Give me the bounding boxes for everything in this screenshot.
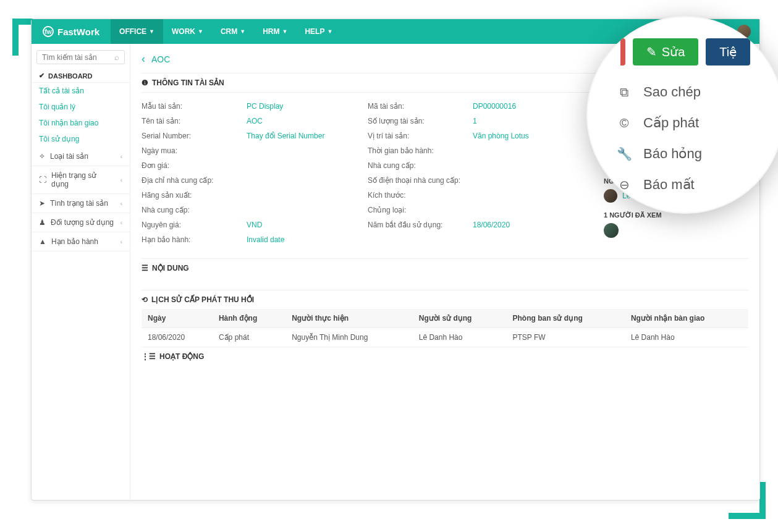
magnified-overlay: ✎Sửa Tiệ ⧉Sao chép ©Cấp phát 🔧Báo hỏng ⊖… xyxy=(586,16,778,214)
field-row: Serial Number:Thay đổi Serial Number xyxy=(142,129,368,143)
user-icon: ♟ xyxy=(39,218,46,227)
table-header: Người sử dụng xyxy=(413,309,507,328)
history-table: NgàyHành độngNgười thực hiệnNgười sử dụn… xyxy=(142,309,748,347)
sidebar-link-managed[interactable]: Tôi quản lý xyxy=(32,99,130,115)
field-value[interactable]: Văn phòng Lotus xyxy=(473,132,529,140)
field-label: Đơn giá: xyxy=(142,161,247,170)
field-label: Số lượng tài sản: xyxy=(368,117,473,125)
table-cell: Lê Danh Hào xyxy=(625,328,748,347)
copyright-icon: © xyxy=(616,116,632,130)
activity-icon: ⋮☰ xyxy=(142,352,156,361)
diamond-icon: ✧ xyxy=(39,152,45,161)
field-row: Số lượng tài sản:1 xyxy=(368,114,594,129)
field-row: Nguyên giá:VND xyxy=(142,217,368,232)
nav-office[interactable]: OFFICE▼ xyxy=(111,19,163,44)
utility-button[interactable]: Tiệ xyxy=(706,38,750,65)
field-row: Nhà cung cấp: xyxy=(368,158,594,173)
nav-crm[interactable]: CRM▼ xyxy=(212,19,254,44)
table-header: Ngày xyxy=(142,309,213,328)
dashboard-icon: ⛶ xyxy=(39,175,46,184)
field-row: Số điện thoại nhà cung cấp: xyxy=(368,173,594,188)
sidebar-link-all[interactable]: Tất cả tài sản xyxy=(32,83,130,99)
table-header: Người nhận bàn giao xyxy=(625,309,748,328)
field-row: Vị trí tài sản:Văn phòng Lotus xyxy=(368,129,594,143)
field-label: Vị trí tài sản: xyxy=(368,132,473,140)
sidebar: ⌕ ✔ DASHBOARD Tất cả tài sản Tôi quản lý… xyxy=(32,44,130,500)
field-label: Nhà cung cấp: xyxy=(142,206,247,214)
nav-help[interactable]: HELP▼ xyxy=(296,19,341,44)
back-icon[interactable]: ‹ xyxy=(142,53,145,65)
table-cell: PTSP FW xyxy=(506,328,624,347)
menu-report-broken[interactable]: 🔧Báo hỏng xyxy=(607,138,763,169)
avatar-icon xyxy=(604,189,617,203)
section-activity-header: ⋮☰HOẠT ĐỘNG xyxy=(142,347,748,366)
section-history-header: ⟲LỊCH SỬ CẤP PHÁT THU HỒI xyxy=(142,290,748,309)
nav-hrm[interactable]: HRM▼ xyxy=(254,19,296,44)
table-header: Phòng ban sử dụng xyxy=(506,309,624,328)
field-row: Kích thước: xyxy=(368,188,594,203)
field-value[interactable]: Invalid date xyxy=(247,235,284,244)
field-label: Tên tài sản: xyxy=(142,117,247,125)
menu-allocate[interactable]: ©Cấp phát xyxy=(607,108,763,138)
warning-icon: ▲ xyxy=(39,237,46,246)
copy-icon: ⧉ xyxy=(616,85,632,99)
sidebar-group-warranty[interactable]: ▲Hạn bảo hành‹ xyxy=(32,232,130,251)
table-row[interactable]: 18/06/2020Cấp phátNguyễn Thị Minh DungLê… xyxy=(142,328,748,347)
wrench-icon: 🔧 xyxy=(616,146,632,161)
field-row: Hãng sản xuất: xyxy=(142,188,368,203)
field-row: Hạn bảo hành:Invalid date xyxy=(142,232,368,247)
sidebar-link-used[interactable]: Tôi sử dụng xyxy=(32,131,130,147)
field-label: Ngày mua: xyxy=(142,146,247,155)
sidebar-group-subject[interactable]: ♟Đối tượng sử dụng‹ xyxy=(32,213,130,232)
field-value[interactable]: VND xyxy=(247,221,262,229)
field-row: Mẫu tài sản:PC Display xyxy=(142,99,368,114)
field-value[interactable]: AOC xyxy=(247,117,263,125)
list-icon: ☰ xyxy=(142,264,148,272)
field-label: Mã tài sản: xyxy=(368,102,473,111)
table-cell: Cấp phát xyxy=(213,328,285,347)
viewer-avatar[interactable] xyxy=(604,223,619,238)
field-label: Chủng loại: xyxy=(368,206,473,214)
field-value[interactable]: 18/06/2020 xyxy=(473,221,510,229)
field-label: Nhà cung cấp: xyxy=(368,161,473,170)
arrow-icon: ➤ xyxy=(39,199,45,208)
menu-report-lost[interactable]: ⊖Báo mất xyxy=(607,169,763,200)
field-row: Năm bắt đầu sử dụng:18/06/2020 xyxy=(368,217,594,232)
field-row: Đơn giá: xyxy=(142,158,368,173)
brand-text: FastWork xyxy=(57,27,99,37)
field-value[interactable]: PC Display xyxy=(247,102,283,111)
field-row: Mã tài sản:DP00000016 xyxy=(368,99,594,114)
field-label: Hạn bảo hành: xyxy=(142,235,247,244)
field-label: Năm bắt đầu sử dụng: xyxy=(368,221,473,229)
sidebar-group-type[interactable]: ✧Loại tài sản‹ xyxy=(32,147,130,166)
brand[interactable]: fw FastWork xyxy=(32,26,111,37)
field-label: Kích thước: xyxy=(368,191,473,200)
search-input[interactable]: ⌕ xyxy=(36,50,125,64)
field-label: Hãng sản xuất: xyxy=(142,191,247,200)
field-label: Serial Number: xyxy=(142,132,247,140)
field-row: Địa chỉ nhà cung cấp: xyxy=(142,173,368,188)
table-cell: Nguyễn Thị Minh Dung xyxy=(285,328,413,347)
field-row: Ngày mua: xyxy=(142,143,368,158)
delete-button-edge[interactable] xyxy=(620,38,625,65)
section-content-header: ☰NỘI DUNG xyxy=(142,258,748,277)
field-label: Thời gian bảo hành: xyxy=(368,146,473,155)
page-title: AOC xyxy=(151,54,170,64)
field-row: Thời gian bảo hành: xyxy=(368,143,594,158)
menu-copy[interactable]: ⧉Sao chép xyxy=(607,77,763,108)
field-value[interactable]: Thay đổi Serial Number xyxy=(247,132,324,140)
field-value[interactable]: 1 xyxy=(473,117,477,125)
edit-button[interactable]: ✎Sửa xyxy=(633,38,698,65)
field-value[interactable]: DP00000016 xyxy=(473,102,516,111)
nav-work[interactable]: WORK▼ xyxy=(163,19,212,44)
table-header: Người thực hiện xyxy=(285,309,413,328)
sidebar-group-condition[interactable]: ➤Tình trạng tài sản‹ xyxy=(32,194,130,213)
field-row: Chủng loại: xyxy=(368,203,594,217)
info-icon: ❶ xyxy=(142,78,148,87)
sidebar-dashboard[interactable]: ✔ DASHBOARD xyxy=(32,67,130,83)
field-row: Nhà cung cấp: xyxy=(142,203,368,217)
brand-icon: fw xyxy=(43,26,54,37)
sidebar-link-received[interactable]: Tôi nhận bàn giao xyxy=(32,115,130,131)
table-cell: 18/06/2020 xyxy=(142,328,213,347)
sidebar-group-status[interactable]: ⛶Hiện trạng sử dụng‹ xyxy=(32,166,130,194)
